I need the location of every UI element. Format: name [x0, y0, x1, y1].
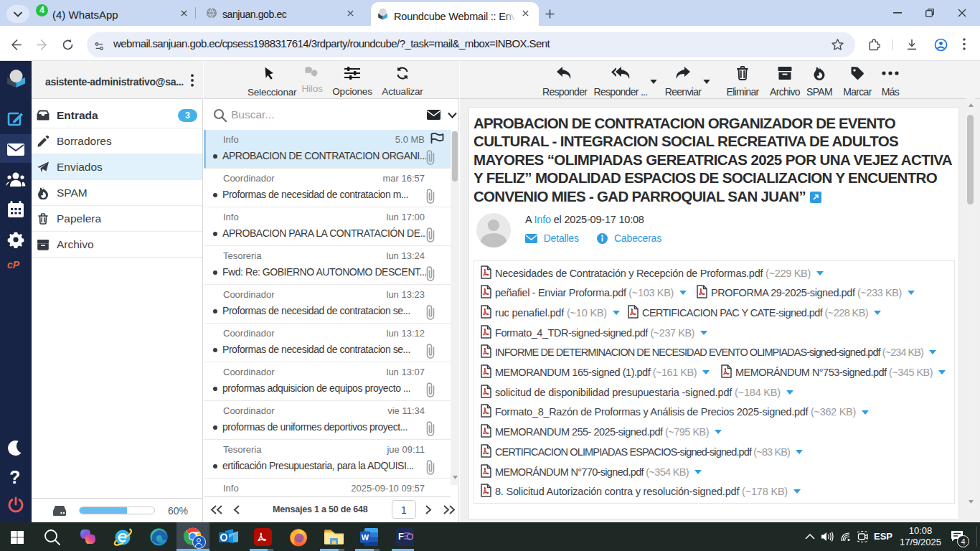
svg-text:W: W: [362, 533, 369, 542]
